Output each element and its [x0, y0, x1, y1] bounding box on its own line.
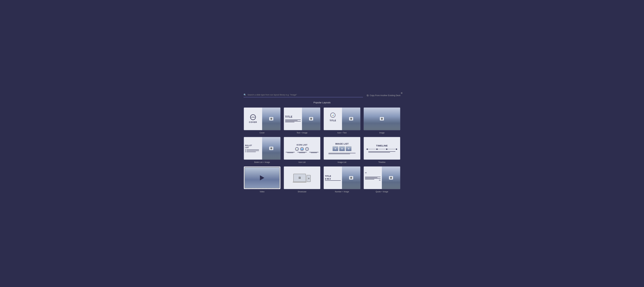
layout-thumb-timeline: TIMELINE — [364, 137, 400, 160]
layout-item-video[interactable]: Video — [244, 166, 281, 193]
layout-item-showcase[interactable]: 🖼 🖼 Showcase — [284, 166, 321, 193]
layout-thumb-icon-text: 📊 TITLE 🖼 — [324, 107, 360, 130]
layout-label-icon-list: Icon List — [298, 161, 306, 163]
phone-icon: 🖼 — [306, 175, 311, 182]
search-box: 🔍 — [244, 94, 363, 97]
layout-thumb-showcase: 🖼 🖼 — [284, 166, 321, 189]
layout-item-cover[interactable]: LOGO COVER 🖼 Cover — [244, 107, 281, 134]
layout-label-showcase: Showcase — [298, 190, 306, 193]
layout-item-icon-list[interactable]: ICON LIST 📊 👥 ⚙ — [284, 137, 321, 163]
layout-label-image: Image — [379, 132, 384, 134]
layout-thumb-bullet-list: BULLETLIST 🖼 — [244, 137, 281, 160]
copy-deck-button[interactable]: ⧉ Copy From Another Existing Deck — [367, 94, 400, 97]
layout-label-number-image: Number + Image — [335, 190, 349, 193]
imagelist-title: IMAGE LIST — [335, 142, 348, 145]
iconlist-title: ICON LIST — [297, 144, 308, 146]
iconlist-icon-3: ⚙ — [305, 147, 309, 151]
layout-thumb-number-image: TITLE $ 99.9 🖼 — [324, 166, 360, 189]
layout-label-text-image: Text + Image — [297, 132, 308, 134]
layout-thumb-text-image: TITLE 🖼 — [284, 107, 321, 130]
layout-thumb-image-list: IMAGE LIST 🖼 🖼 🖼 — [324, 137, 360, 160]
layouts-grid: LOGO COVER 🖼 Cover TITLE — [244, 107, 400, 193]
layout-thumb-quote-image: " " 🖼 — [364, 166, 400, 189]
number-title: TITLE — [325, 175, 341, 177]
image-placeholder-icon: 🖼 — [389, 176, 393, 180]
laptop-icon: 🖼 — [293, 174, 306, 182]
image-placeholder-icon: 🖼 — [309, 117, 313, 120]
layout-thumb-video — [244, 166, 281, 189]
copy-deck-label: Copy From Another Existing Deck — [370, 94, 400, 96]
layout-label-image-list: Image List — [338, 161, 346, 163]
layout-label-video: Video — [260, 190, 264, 193]
search-row: 🔍 ⧉ Copy From Another Existing Deck — [244, 94, 400, 97]
cover-text: COVER — [249, 121, 257, 123]
layout-item-quote-image[interactable]: " " 🖼 Quote + Image — [364, 166, 400, 193]
layout-item-icon-text[interactable]: 📊 TITLE 🖼 Icon + Text — [324, 107, 360, 134]
imagelist-item-2: 🖼 — [339, 146, 345, 151]
layout-item-number-image[interactable]: TITLE $ 99.9 🖼 Number + Image — [324, 166, 360, 193]
layout-modal: × 🔍 ⧉ Copy From Another Existing Deck Po… — [238, 89, 406, 198]
layout-thumb-icon-list: ICON LIST 📊 👥 ⚙ — [284, 137, 321, 160]
layout-item-timeline[interactable]: TIMELINE Timeline — [364, 137, 400, 163]
layout-item-image-list[interactable]: IMAGE LIST 🖼 🖼 🖼 Image List — [324, 137, 360, 163]
search-input[interactable] — [248, 94, 363, 96]
layout-label-bullet-list: Bullet List + Image — [254, 161, 270, 163]
title-big: TITLE — [285, 116, 301, 118]
layout-label-quote-image: Quote + Image — [376, 190, 388, 193]
search-icon: 🔍 — [244, 94, 246, 96]
image-placeholder-icon: 🖼 — [269, 117, 273, 120]
imagelist-item-1: 🖼 — [332, 146, 338, 151]
layout-thumb-image: 🖼 — [364, 107, 400, 130]
title-big-icon: TITLE — [330, 119, 336, 122]
quote-mark: " — [365, 172, 381, 176]
layout-label-timeline: Timeline — [378, 161, 386, 163]
number-value: $ 99.9 — [325, 178, 341, 181]
layout-item-bullet-list[interactable]: BULLETLIST 🖼 Bullet List + Image — [244, 137, 281, 163]
logo-circle: LOGO — [250, 114, 256, 120]
section-title: Popular Layouts — [244, 101, 400, 104]
iconlist-icon-1: 📊 — [295, 147, 299, 151]
layout-label-icon-text: Icon + Text — [338, 132, 346, 134]
layout-thumb-cover: LOGO COVER 🖼 — [244, 107, 281, 130]
icon-circle: 📊 — [330, 113, 336, 118]
image-placeholder-icon: 🖼 — [349, 176, 353, 180]
image-placeholder-icon: 🖼 — [269, 147, 273, 150]
bullet-title: BULLETLIST — [245, 144, 261, 148]
imagelist-item-3: 🖼 — [346, 146, 352, 151]
layout-label-cover: Cover — [260, 132, 265, 134]
layout-item-text-image[interactable]: TITLE 🖼 Text + Image — [284, 107, 321, 134]
image-placeholder-icon: 🖼 — [349, 117, 353, 120]
play-icon — [260, 175, 264, 180]
image-placeholder-icon: 🖼 — [380, 117, 384, 120]
copy-icon: ⧉ — [367, 94, 368, 97]
quote-mark-close: " — [379, 180, 380, 183]
close-button[interactable]: × — [400, 91, 403, 95]
timeline-title: TIMELINE — [376, 144, 388, 147]
iconlist-icon-2: 👥 — [300, 147, 304, 151]
layout-item-image[interactable]: 🖼 Image — [364, 107, 400, 134]
